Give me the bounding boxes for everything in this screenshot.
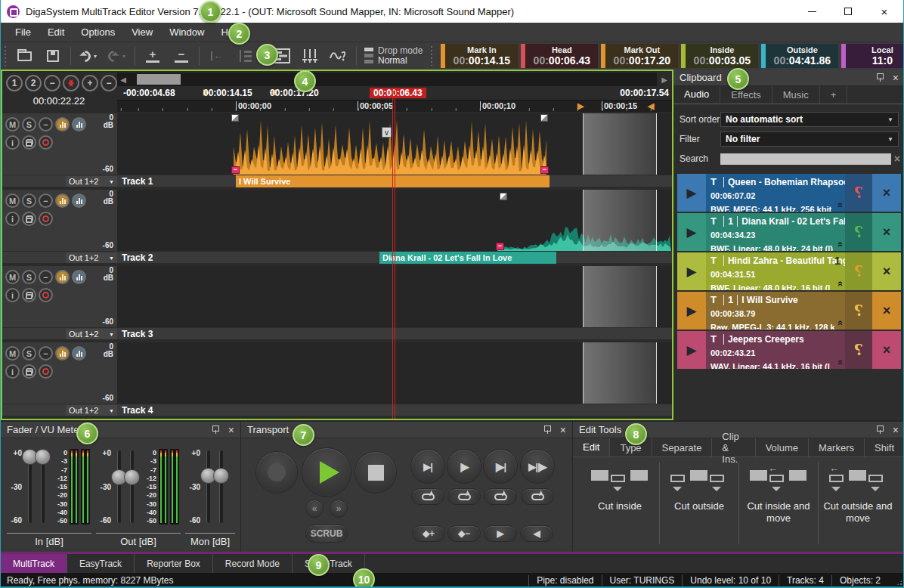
- fader-slider[interactable]: [125, 449, 138, 525]
- remove-item-button[interactable]: ×: [872, 174, 901, 212]
- expand-icon[interactable]: »: [834, 203, 845, 208]
- cut-outside-and-move-button[interactable]: ← Cut outside and move: [818, 463, 897, 544]
- lock-button[interactable]: [22, 212, 36, 226]
- mark-out-flag-icon[interactable]: ◀: [648, 101, 654, 111]
- meter-post-button[interactable]: [72, 270, 86, 284]
- undo-dropdown-icon[interactable]: ▼: [93, 54, 98, 59]
- clip-handle[interactable]: [500, 193, 507, 200]
- scrollbar-thumb[interactable]: [137, 74, 181, 85]
- tab-audio[interactable]: Audio: [673, 86, 720, 104]
- play-button[interactable]: [302, 447, 351, 497]
- zoom-in-button[interactable]: +: [82, 75, 98, 91]
- remove-track-button[interactable]: −: [167, 45, 196, 67]
- delete-marker-button[interactable]: ◆−: [447, 525, 481, 542]
- view-2-button[interactable]: 2: [25, 75, 42, 91]
- meter-post-button[interactable]: [72, 193, 86, 208]
- volume-marker[interactable]: v: [382, 127, 392, 138]
- loop-button[interactable]: [484, 488, 517, 505]
- close-icon[interactable]: ×: [228, 425, 234, 435]
- clipboard-item[interactable]: ▶ THindi Zahra - Beautiful Tang 1 00:04:…: [677, 252, 901, 290]
- prelisten-ear-button[interactable]: ?: [845, 174, 872, 212]
- time-display-mark-out[interactable]: Mark Out 00:00:17.20: [601, 44, 678, 68]
- fader-slider[interactable]: [113, 449, 125, 525]
- pin-icon[interactable]: [877, 426, 884, 434]
- selection-range-button[interactable]: [63, 75, 79, 91]
- clip-label[interactable]: Diana Krall - 02 Let's Fall In Love: [379, 252, 556, 264]
- maximize-button[interactable]: [840, 3, 856, 20]
- expand-icon[interactable]: »: [834, 360, 845, 365]
- tab-volume[interactable]: Volume: [756, 438, 809, 456]
- menu-file[interactable]: File: [7, 23, 39, 42]
- remove-item-button[interactable]: ×: [872, 213, 901, 251]
- fader-slider[interactable]: [202, 449, 215, 525]
- pin-icon[interactable]: [544, 426, 551, 434]
- loop-button[interactable]: [447, 488, 481, 505]
- meter-pre-button[interactable]: [55, 117, 70, 132]
- save-button[interactable]: [39, 45, 67, 67]
- menu-window[interactable]: Window: [161, 23, 212, 42]
- tab-clip-ins[interactable]: Clip & Ins.: [712, 438, 755, 456]
- mute-button[interactable]: M: [5, 117, 20, 132]
- close-icon[interactable]: ×: [893, 73, 899, 83]
- record-arm-button[interactable]: [39, 212, 53, 226]
- prelisten-ear-button[interactable]: ?: [845, 213, 872, 251]
- info-button[interactable]: i: [5, 135, 20, 150]
- close-icon[interactable]: ×: [560, 425, 566, 435]
- fader-slider[interactable]: [215, 449, 228, 525]
- drop-mode-control[interactable]: Drop mode Normal: [360, 46, 427, 66]
- clipboard-item[interactable]: ▶ T1I Will Survive 00:00:38.79 Raw, MPEG…: [677, 292, 901, 330]
- menu-view[interactable]: View: [123, 23, 161, 42]
- track-name[interactable]: Track 1: [122, 176, 153, 187]
- timeline-scrollbar[interactable]: ◀: [117, 73, 657, 86]
- meter-pre-button[interactable]: [55, 270, 70, 284]
- track-name[interactable]: Track 4: [122, 405, 153, 416]
- minimize-button[interactable]: [803, 3, 820, 20]
- collapse-track-button[interactable]: −: [39, 117, 53, 132]
- prev-marker-button[interactable]: ◀: [520, 525, 553, 542]
- pin-icon[interactable]: [877, 73, 884, 82]
- loop-button[interactable]: [411, 488, 444, 505]
- view-1-button[interactable]: 1: [6, 75, 23, 91]
- clip-fade-handle[interactable]: −: [231, 166, 240, 174]
- play-between-marks-button[interactable]: |▶|: [483, 449, 518, 484]
- collapse-tracks-button[interactable]: −: [44, 75, 60, 91]
- record-arm-button[interactable]: [39, 288, 53, 302]
- prelisten-play-button[interactable]: ▶: [677, 213, 706, 251]
- loop-button[interactable]: [521, 488, 554, 505]
- step-back-button[interactable]: «: [305, 500, 324, 518]
- cut-outside-button[interactable]: Cut outside: [659, 463, 738, 544]
- mixer-view-button[interactable]: [296, 45, 324, 67]
- prelisten-ear-button[interactable]: ?: [845, 252, 872, 290]
- output-select[interactable]: Out 1+2▼: [66, 405, 117, 416]
- record-arm-button[interactable]: [39, 364, 53, 379]
- info-button[interactable]: i: [5, 288, 20, 302]
- clipboard-item[interactable]: ▶ T1Diana Krall - 02 Let's Fall In Lo 00…: [677, 213, 901, 251]
- clip-label[interactable]: I Will Survive: [236, 175, 550, 187]
- scroll-right-icon[interactable]: ▶: [658, 73, 670, 86]
- redo-button[interactable]: ▼: [103, 45, 132, 67]
- track-4-lane[interactable]: [117, 342, 672, 404]
- expand-icon[interactable]: »: [834, 320, 845, 326]
- scroll-left-icon[interactable]: ◀: [117, 73, 129, 86]
- collapse-track-button[interactable]: −: [39, 346, 53, 361]
- info-button[interactable]: i: [5, 212, 20, 226]
- record-button[interactable]: [255, 451, 298, 494]
- meter-post-button[interactable]: [72, 117, 86, 132]
- solo-button[interactable]: S: [22, 117, 36, 132]
- remove-item-button[interactable]: ×: [872, 331, 901, 369]
- search-input[interactable]: [720, 153, 891, 165]
- remove-item-button[interactable]: ×: [872, 252, 901, 290]
- clip-handle[interactable]: [231, 114, 239, 122]
- output-select[interactable]: Out 1+2▼: [66, 176, 117, 187]
- lock-button[interactable]: [22, 364, 36, 379]
- remove-item-button[interactable]: ×: [872, 292, 901, 330]
- collapse-track-button[interactable]: −: [39, 193, 53, 208]
- clip-fade-handle[interactable]: −: [496, 243, 504, 250]
- mute-button[interactable]: M: [5, 346, 20, 361]
- fader-slider[interactable]: [23, 449, 36, 525]
- toolbar-grip[interactable]: [3, 46, 8, 66]
- track-3-lane[interactable]: [117, 266, 672, 327]
- move-object-left-button[interactable]: ←: [203, 45, 231, 67]
- sort-order-select[interactable]: No automatic sort▼: [720, 112, 899, 127]
- fader-slider[interactable]: [36, 449, 49, 525]
